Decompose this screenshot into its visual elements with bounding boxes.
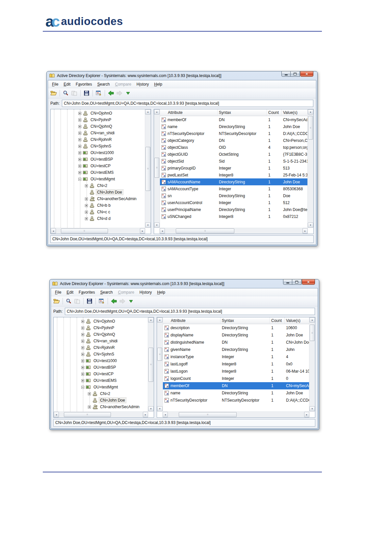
tree-item[interactable]: OU=testEMS (54, 377, 148, 384)
path-field[interactable]: CN=John Doe,OU=testMgmt,OU=QA,DC=testqa,… (62, 100, 313, 107)
scroll-down-icon[interactable] (309, 406, 315, 411)
expander-icon[interactable] (78, 151, 81, 154)
scroll-down-icon[interactable] (148, 406, 154, 411)
scroll-track[interactable] (154, 115, 160, 223)
close-button[interactable] (302, 279, 315, 285)
open-folder-icon[interactable] (50, 89, 58, 97)
title-bar[interactable]: Active Directory Explorer - Sysinternals… (51, 279, 318, 288)
scroll-up-icon[interactable] (309, 317, 315, 323)
expander-icon[interactable] (85, 198, 88, 200)
attributes-right-scrollbar[interactable] (307, 109, 313, 228)
minimize-button[interactable] (283, 279, 292, 285)
expander-icon[interactable] (78, 132, 81, 135)
close-button[interactable] (300, 71, 313, 77)
menu-history[interactable]: History (134, 81, 151, 88)
scroll-thumb[interactable] (61, 228, 108, 233)
scroll-thumb[interactable] (148, 348, 153, 382)
menu-help[interactable]: Help (151, 81, 165, 88)
scroll-left-icon[interactable] (54, 412, 59, 417)
scroll-thumb[interactable] (154, 158, 159, 178)
column-attribute[interactable]: Attribute (163, 317, 221, 324)
attribute-row[interactable]: objectCategoryDN1CN=Person,CN= (160, 137, 307, 144)
menu-favorites[interactable]: Favorites (73, 81, 94, 88)
expander-icon[interactable] (81, 320, 84, 323)
scroll-down-icon[interactable] (145, 223, 151, 228)
expander-icon[interactable] (85, 217, 88, 220)
tree-item[interactable]: OU=testMgmt (54, 384, 148, 390)
tree-item[interactable]: CN=ran_shidi (51, 130, 145, 136)
attribute-row[interactable]: instanceTypeInteger14 (163, 353, 309, 360)
attribute-row-selected[interactable]: sAMAccountNameDirectoryString1John Doe (160, 178, 307, 185)
tree-item[interactable]: OU=testEMS (51, 169, 145, 176)
scroll-track[interactable] (145, 115, 151, 223)
attributes-horizontal-scrollbar[interactable] (160, 228, 308, 234)
tree-item-selected[interactable]: CN=John Doe (54, 397, 148, 404)
attribute-row[interactable]: userAccountControlInteger1512 (160, 199, 307, 206)
tree-item[interactable]: CN=b b (51, 202, 145, 209)
tree-item[interactable]: OU=test1000 (54, 357, 148, 364)
attribute-row[interactable]: userPrincipalNameDirectoryString1John Do… (160, 206, 307, 213)
scroll-track[interactable] (56, 228, 140, 234)
expander-icon[interactable] (88, 406, 91, 409)
scroll-track[interactable] (165, 228, 302, 234)
attribute-row[interactable]: objectGUIDOctetString1{7F1E3B8C-3D90 (160, 151, 307, 158)
collapse-icon[interactable] (81, 386, 84, 389)
column-count[interactable]: Count (267, 109, 282, 116)
expander-icon[interactable] (81, 333, 84, 336)
expander-icon[interactable] (85, 204, 88, 207)
tree-item[interactable]: CN=RjohnR (51, 136, 145, 143)
tree-item[interactable]: OU=test1000 (51, 149, 145, 156)
expander-icon[interactable] (78, 125, 81, 128)
menu-history[interactable]: History (137, 289, 154, 296)
tree-item[interactable]: CN=2 (54, 390, 148, 397)
expander-icon[interactable] (81, 327, 84, 330)
attributes-horizontal-scrollbar[interactable] (163, 411, 309, 417)
attribute-row-selected[interactable]: memberOfDN1CN=mySecAd (163, 382, 309, 389)
scroll-down-icon[interactable] (308, 223, 313, 228)
scroll-down-icon[interactable] (157, 406, 163, 411)
expander-icon[interactable] (81, 379, 84, 382)
scroll-track[interactable] (168, 412, 304, 417)
attribute-row[interactable]: givenNameDirectoryString1John (163, 346, 309, 353)
properties-icon[interactable] (98, 297, 106, 305)
column-attribute[interactable]: Attribute (160, 109, 218, 116)
menu-favorites[interactable]: Favorites (76, 289, 97, 296)
tree-item[interactable]: CN=PjohnP (54, 325, 148, 331)
menu-help[interactable]: Help (154, 289, 168, 296)
scroll-track[interactable] (308, 115, 313, 223)
properties-icon[interactable] (95, 89, 103, 97)
tree-vertical-scrollbar[interactable] (148, 317, 154, 411)
maximize-button[interactable] (291, 71, 300, 77)
tree-item[interactable]: CN=anotherSecAdmin (54, 404, 148, 410)
expander-icon[interactable] (85, 211, 88, 214)
expander-icon[interactable] (81, 340, 84, 343)
tree-item[interactable]: CN=OjohnO (54, 318, 148, 325)
back-icon[interactable] (110, 297, 118, 305)
tree-item[interactable]: CN=QjohnQ (54, 331, 148, 338)
scroll-track[interactable] (148, 323, 154, 406)
maximize-button[interactable] (292, 279, 301, 285)
scroll-thumb[interactable] (157, 348, 162, 361)
scroll-thumb[interactable] (179, 412, 237, 417)
attribute-row[interactable]: descriptionDirectoryString110600 (163, 324, 309, 331)
menu-edit[interactable]: Edit (64, 289, 76, 296)
expander-icon[interactable] (81, 346, 84, 349)
save-icon[interactable] (86, 297, 93, 305)
collapse-icon[interactable] (78, 178, 81, 181)
expander-icon[interactable] (81, 353, 84, 356)
tree-item[interactable]: CN=d d (51, 215, 145, 222)
attribute-row[interactable]: objectClassOID4top;person;organ (160, 144, 307, 151)
attribute-row[interactable]: primaryGroupIDInteger1513 (160, 165, 307, 171)
attribute-row[interactable]: memberOfDN1CN=mySecAdmin (160, 116, 307, 123)
scroll-right-icon[interactable] (302, 228, 308, 234)
scroll-right-icon[interactable] (140, 228, 145, 234)
attribute-row[interactable]: displayNameDirectoryString1John Doe (163, 331, 309, 339)
attributes-left-scrollbar[interactable] (157, 317, 163, 411)
menu-search[interactable]: Search (97, 289, 115, 296)
attribute-row[interactable]: nameDirectoryString1John Doe (160, 123, 307, 130)
find-icon[interactable] (65, 297, 73, 305)
scroll-right-icon[interactable] (143, 412, 148, 417)
find-icon[interactable] (62, 89, 70, 97)
column-count[interactable]: Count (270, 317, 285, 324)
tree-item[interactable]: OU=testBSP (51, 156, 145, 163)
